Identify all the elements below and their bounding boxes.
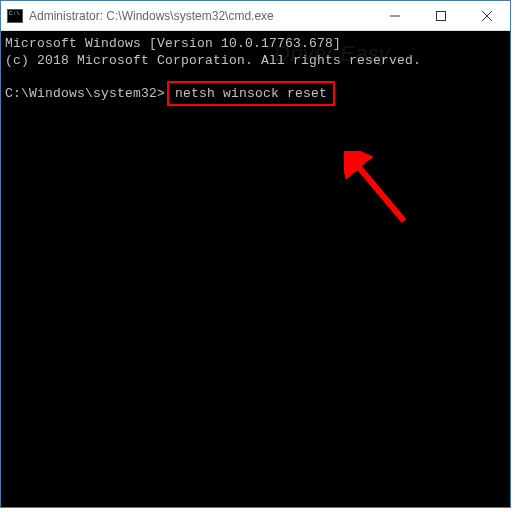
window-title: Administrator: C:\Windows\system32\cmd.e… [29,9,274,23]
prompt-text: C:\Windows\system32> [5,85,165,102]
command-text: netsh winsock reset [175,86,327,101]
minimize-button[interactable] [372,1,418,31]
cmd-window: Administrator: C:\Windows\system32\cmd.e… [0,0,511,508]
terminal-area[interactable]: Driver Easy Microsoft Windows [Version 1… [1,31,510,507]
svg-line-5 [352,159,404,221]
svg-rect-1 [437,12,446,21]
titlebar: Administrator: C:\Windows\system32\cmd.e… [1,1,510,31]
minimize-icon [390,11,400,21]
annotation-arrow-icon [344,151,424,241]
maximize-icon [436,11,446,21]
close-button[interactable] [464,1,510,31]
window-controls [372,1,510,30]
command-highlight: netsh winsock reset [167,81,335,106]
titlebar-left: Administrator: C:\Windows\system32\cmd.e… [1,9,274,23]
prompt-row: C:\Windows\system32> netsh winsock reset [5,81,506,106]
cmd-icon [7,9,23,23]
close-icon [482,11,492,21]
maximize-button[interactable] [418,1,464,31]
terminal-line-copyright: (c) 2018 Microsoft Corporation. All righ… [5,52,506,69]
terminal-line-version: Microsoft Windows [Version 10.0.17763.67… [5,35,506,52]
